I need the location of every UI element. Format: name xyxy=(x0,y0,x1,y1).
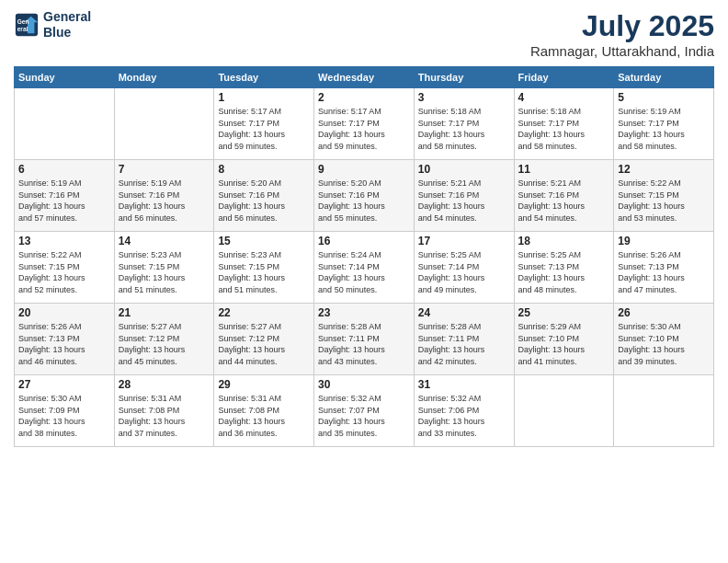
day-info: Sunrise: 5:25 AM Sunset: 7:13 PM Dayligh… xyxy=(518,249,610,295)
week-row-3: 13Sunrise: 5:22 AM Sunset: 7:15 PM Dayli… xyxy=(15,232,714,304)
calendar-cell: 15Sunrise: 5:23 AM Sunset: 7:15 PM Dayli… xyxy=(214,232,314,304)
day-info: Sunrise: 5:17 AM Sunset: 7:17 PM Dayligh… xyxy=(318,106,410,152)
th-saturday: Saturday xyxy=(614,67,714,88)
day-number: 20 xyxy=(18,306,110,319)
calendar-cell: 26Sunrise: 5:30 AM Sunset: 7:10 PM Dayli… xyxy=(614,304,714,375)
svg-text:eral: eral xyxy=(17,26,28,32)
day-number: 5 xyxy=(618,91,710,104)
calendar-cell: 9Sunrise: 5:20 AM Sunset: 7:16 PM Daylig… xyxy=(314,160,415,232)
day-number: 28 xyxy=(119,378,210,391)
day-info: Sunrise: 5:26 AM Sunset: 7:13 PM Dayligh… xyxy=(618,249,710,295)
calendar-cell: 1Sunrise: 5:17 AM Sunset: 7:17 PM Daylig… xyxy=(214,88,314,160)
day-info: Sunrise: 5:30 AM Sunset: 7:09 PM Dayligh… xyxy=(18,393,110,439)
day-number: 11 xyxy=(518,163,610,176)
calendar-cell: 13Sunrise: 5:22 AM Sunset: 7:15 PM Dayli… xyxy=(15,232,115,304)
day-number: 13 xyxy=(18,235,110,247)
calendar-cell xyxy=(514,375,614,447)
calendar-cell: 29Sunrise: 5:31 AM Sunset: 7:08 PM Dayli… xyxy=(214,375,314,447)
day-info: Sunrise: 5:28 AM Sunset: 7:11 PM Dayligh… xyxy=(318,321,410,367)
title-month: July 2025 xyxy=(530,9,714,43)
svg-text:Gen: Gen xyxy=(17,18,29,25)
day-info: Sunrise: 5:29 AM Sunset: 7:10 PM Dayligh… xyxy=(518,321,610,367)
day-number: 18 xyxy=(518,235,610,247)
calendar-cell: 5Sunrise: 5:19 AM Sunset: 7:17 PM Daylig… xyxy=(614,88,714,160)
calendar-cell: 19Sunrise: 5:26 AM Sunset: 7:13 PM Dayli… xyxy=(614,232,714,304)
day-number: 8 xyxy=(218,163,310,176)
day-info: Sunrise: 5:27 AM Sunset: 7:12 PM Dayligh… xyxy=(119,321,210,367)
calendar-cell: 10Sunrise: 5:21 AM Sunset: 7:16 PM Dayli… xyxy=(414,160,514,232)
calendar-cell xyxy=(114,88,214,160)
day-info: Sunrise: 5:18 AM Sunset: 7:17 PM Dayligh… xyxy=(518,106,610,152)
day-info: Sunrise: 5:23 AM Sunset: 7:15 PM Dayligh… xyxy=(218,249,310,295)
day-info: Sunrise: 5:20 AM Sunset: 7:16 PM Dayligh… xyxy=(218,178,310,224)
calendar-cell: 25Sunrise: 5:29 AM Sunset: 7:10 PM Dayli… xyxy=(514,304,614,375)
calendar-cell: 18Sunrise: 5:25 AM Sunset: 7:13 PM Dayli… xyxy=(514,232,614,304)
day-info: Sunrise: 5:32 AM Sunset: 7:07 PM Dayligh… xyxy=(318,393,410,439)
logo-line1: General xyxy=(43,9,91,25)
calendar-cell: 12Sunrise: 5:22 AM Sunset: 7:15 PM Dayli… xyxy=(614,160,714,232)
day-number: 10 xyxy=(418,163,510,176)
day-number: 12 xyxy=(618,163,710,176)
day-number: 15 xyxy=(218,235,310,247)
day-number: 24 xyxy=(418,306,510,319)
calendar-cell: 30Sunrise: 5:32 AM Sunset: 7:07 PM Dayli… xyxy=(314,375,415,447)
th-thursday: Thursday xyxy=(414,67,514,88)
calendar-cell: 23Sunrise: 5:28 AM Sunset: 7:11 PM Dayli… xyxy=(314,304,415,375)
calendar-cell xyxy=(15,88,115,160)
day-number: 4 xyxy=(518,91,610,104)
day-number: 26 xyxy=(618,306,710,319)
th-tuesday: Tuesday xyxy=(214,67,314,88)
day-info: Sunrise: 5:27 AM Sunset: 7:12 PM Dayligh… xyxy=(218,321,310,367)
th-sunday: Sunday xyxy=(15,67,115,88)
day-info: Sunrise: 5:22 AM Sunset: 7:15 PM Dayligh… xyxy=(618,178,710,224)
calendar-cell: 24Sunrise: 5:28 AM Sunset: 7:11 PM Dayli… xyxy=(414,304,514,375)
calendar-cell: 21Sunrise: 5:27 AM Sunset: 7:12 PM Dayli… xyxy=(114,304,214,375)
calendar: Sunday Monday Tuesday Wednesday Thursday… xyxy=(14,66,714,447)
week-row-1: 1Sunrise: 5:17 AM Sunset: 7:17 PM Daylig… xyxy=(15,88,714,160)
day-number: 16 xyxy=(318,235,410,247)
calendar-cell: 2Sunrise: 5:17 AM Sunset: 7:17 PM Daylig… xyxy=(314,88,415,160)
calendar-cell: 8Sunrise: 5:20 AM Sunset: 7:16 PM Daylig… xyxy=(214,160,314,232)
day-number: 14 xyxy=(119,235,210,247)
title-block: July 2025 Ramnagar, Uttarakhand, India xyxy=(530,9,714,59)
day-number: 1 xyxy=(218,91,310,104)
day-info: Sunrise: 5:19 AM Sunset: 7:16 PM Dayligh… xyxy=(119,178,210,224)
day-number: 31 xyxy=(418,378,510,391)
day-number: 6 xyxy=(18,163,110,176)
day-number: 7 xyxy=(119,163,210,176)
th-friday: Friday xyxy=(514,67,614,88)
day-info: Sunrise: 5:26 AM Sunset: 7:13 PM Dayligh… xyxy=(18,321,110,367)
day-number: 3 xyxy=(418,91,510,104)
day-info: Sunrise: 5:21 AM Sunset: 7:16 PM Dayligh… xyxy=(418,178,510,224)
day-number: 19 xyxy=(618,235,710,247)
week-row-4: 20Sunrise: 5:26 AM Sunset: 7:13 PM Dayli… xyxy=(15,304,714,375)
calendar-cell: 31Sunrise: 5:32 AM Sunset: 7:06 PM Dayli… xyxy=(414,375,514,447)
week-row-5: 27Sunrise: 5:30 AM Sunset: 7:09 PM Dayli… xyxy=(15,375,714,447)
page: Gen eral General Blue July 2025 Ramnagar… xyxy=(0,0,728,563)
day-number: 27 xyxy=(18,378,110,391)
calendar-cell: 22Sunrise: 5:27 AM Sunset: 7:12 PM Dayli… xyxy=(214,304,314,375)
day-info: Sunrise: 5:23 AM Sunset: 7:15 PM Dayligh… xyxy=(119,249,210,295)
day-number: 17 xyxy=(418,235,510,247)
day-number: 25 xyxy=(518,306,610,319)
day-number: 2 xyxy=(318,91,410,104)
day-info: Sunrise: 5:32 AM Sunset: 7:06 PM Dayligh… xyxy=(418,393,510,439)
day-number: 21 xyxy=(119,306,210,319)
day-info: Sunrise: 5:31 AM Sunset: 7:08 PM Dayligh… xyxy=(218,393,310,439)
day-info: Sunrise: 5:31 AM Sunset: 7:08 PM Dayligh… xyxy=(119,393,210,439)
calendar-cell: 17Sunrise: 5:25 AM Sunset: 7:14 PM Dayli… xyxy=(414,232,514,304)
day-number: 9 xyxy=(318,163,410,176)
week-row-2: 6Sunrise: 5:19 AM Sunset: 7:16 PM Daylig… xyxy=(15,160,714,232)
calendar-cell: 11Sunrise: 5:21 AM Sunset: 7:16 PM Dayli… xyxy=(514,160,614,232)
calendar-cell xyxy=(614,375,714,447)
calendar-cell: 28Sunrise: 5:31 AM Sunset: 7:08 PM Dayli… xyxy=(114,375,214,447)
day-number: 30 xyxy=(318,378,410,391)
logo-icon: Gen eral xyxy=(14,12,40,38)
day-info: Sunrise: 5:20 AM Sunset: 7:16 PM Dayligh… xyxy=(318,178,410,224)
calendar-cell: 4Sunrise: 5:18 AM Sunset: 7:17 PM Daylig… xyxy=(514,88,614,160)
day-info: Sunrise: 5:21 AM Sunset: 7:16 PM Dayligh… xyxy=(518,178,610,224)
day-number: 23 xyxy=(318,306,410,319)
title-location: Ramnagar, Uttarakhand, India xyxy=(530,43,714,59)
calendar-cell: 20Sunrise: 5:26 AM Sunset: 7:13 PM Dayli… xyxy=(15,304,115,375)
day-number: 29 xyxy=(218,378,310,391)
